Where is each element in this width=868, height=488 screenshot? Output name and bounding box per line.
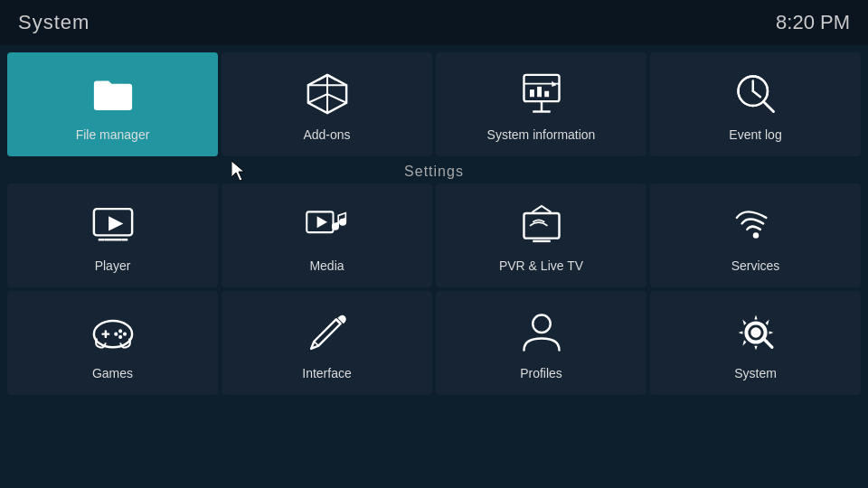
svg-point-25 xyxy=(118,329,122,333)
event-log-icon xyxy=(727,70,785,118)
tile-media-label: Media xyxy=(309,258,344,273)
tile-event-log[interactable]: Event log xyxy=(650,52,861,156)
settings-row-1: Player Media PVR xyxy=(0,183,868,291)
svg-line-34 xyxy=(763,338,772,347)
svg-line-29 xyxy=(314,341,318,345)
tile-services-label: Services xyxy=(731,258,780,273)
top-tiles-row: File manager Add-ons xyxy=(0,45,868,160)
svg-point-21 xyxy=(752,232,759,239)
svg-point-28 xyxy=(114,332,118,335)
tile-event-log-label: Event log xyxy=(729,127,781,142)
svg-point-26 xyxy=(122,332,126,335)
svg-rect-19 xyxy=(524,213,559,239)
tile-games[interactable]: Games xyxy=(7,291,218,395)
svg-rect-4 xyxy=(530,89,534,97)
tile-file-manager[interactable]: File manager xyxy=(7,52,218,156)
system-icon xyxy=(727,308,785,357)
tile-system-information[interactable]: System information xyxy=(436,52,646,156)
tile-system[interactable]: System xyxy=(650,291,861,395)
tile-games-label: Games xyxy=(92,366,133,380)
tile-player[interactable]: Player xyxy=(7,183,218,287)
settings-heading: Settings xyxy=(0,160,868,183)
tile-services[interactable]: Services xyxy=(650,183,861,287)
svg-line-9 xyxy=(752,90,760,97)
tile-player-label: Player xyxy=(95,258,131,273)
interface-icon xyxy=(298,308,356,357)
svg-marker-18 xyxy=(316,216,326,228)
player-icon xyxy=(84,201,142,249)
tile-system-information-label: System information xyxy=(487,127,596,142)
file-manager-icon xyxy=(84,70,142,118)
system-information-icon xyxy=(513,70,571,118)
svg-line-10 xyxy=(763,101,773,111)
settings-row-2: Games Interface Profiles xyxy=(0,291,868,399)
services-icon xyxy=(727,201,785,249)
tile-system-label: System xyxy=(734,366,777,380)
svg-point-30 xyxy=(533,314,551,333)
tile-file-manager-label: File manager xyxy=(76,127,150,142)
svg-rect-5 xyxy=(537,86,542,96)
tile-pvr-live-tv-label: PVR & Live TV xyxy=(499,258,583,273)
tile-media[interactable]: Media xyxy=(222,183,432,287)
profiles-icon xyxy=(513,308,571,357)
tile-profiles-label: Profiles xyxy=(520,366,562,380)
add-ons-icon xyxy=(298,70,356,118)
app-title: System xyxy=(18,11,90,34)
media-icon xyxy=(298,201,356,249)
tile-pvr-live-tv[interactable]: PVR & Live TV xyxy=(436,183,646,287)
tile-profiles[interactable]: Profiles xyxy=(436,291,646,395)
clock: 8:20 PM xyxy=(776,11,850,34)
svg-point-27 xyxy=(118,334,122,338)
pvr-live-tv-icon xyxy=(513,201,571,249)
tile-add-ons-label: Add-ons xyxy=(303,127,350,142)
tile-add-ons[interactable]: Add-ons xyxy=(222,52,432,156)
tile-interface-label: Interface xyxy=(302,366,351,380)
header: System 8:20 PM xyxy=(0,0,868,45)
tile-interface[interactable]: Interface xyxy=(222,291,432,395)
games-icon xyxy=(84,308,142,357)
svg-rect-6 xyxy=(544,90,549,97)
svg-marker-13 xyxy=(108,216,123,230)
